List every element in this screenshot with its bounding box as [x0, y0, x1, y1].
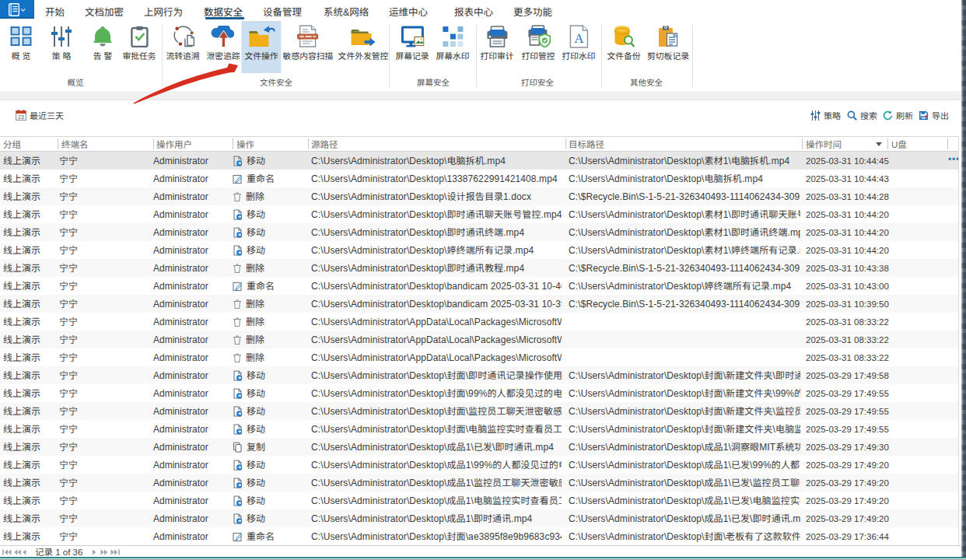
svg-text:A: A [574, 31, 584, 46]
svg-text:23: 23 [18, 114, 24, 120]
